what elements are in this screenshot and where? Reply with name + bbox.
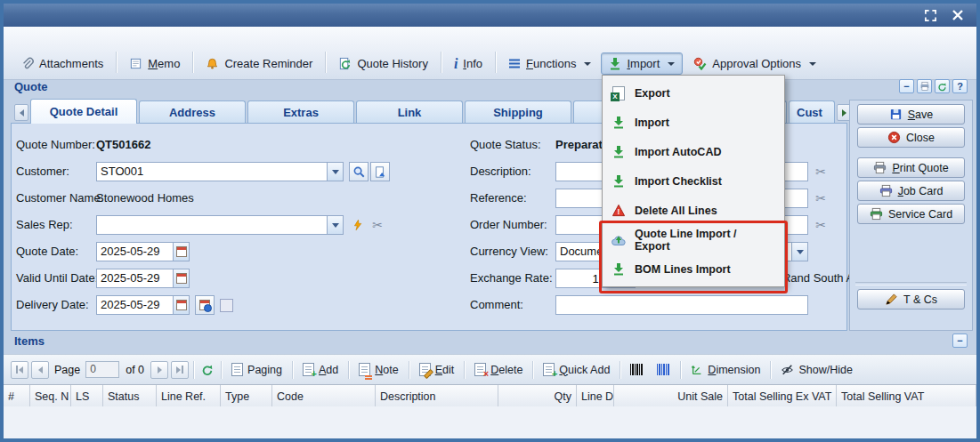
tab-quote-detail[interactable]: Quote Detail (30, 99, 137, 124)
attachments-label: Attachments (39, 57, 103, 70)
info-button[interactable]: i Info (446, 52, 490, 75)
delivery-schedule-button[interactable] (195, 295, 215, 315)
collapse-panel-icon[interactable]: − (899, 79, 914, 93)
column-header[interactable]: Seq. N (30, 385, 71, 407)
sales-rep-dropdown-button[interactable] (327, 216, 343, 234)
menu-item-import-autocad[interactable]: Import AutoCAD (605, 137, 782, 166)
memo-button[interactable]: Memo (121, 52, 188, 75)
menu-item-delete-all-lines[interactable]: ! Delete All Lines (605, 196, 782, 225)
column-header[interactable]: Unit Sale (614, 385, 728, 407)
menu-item-quote-line-import-export[interactable]: Quote Line Import / Export (605, 225, 782, 254)
refresh-button[interactable] (198, 361, 216, 379)
functions-button[interactable]: Functions (500, 52, 599, 75)
menu-item-export[interactable]: Export (605, 78, 782, 108)
quick-add-button[interactable]: + Quick Add (538, 360, 615, 379)
add-button[interactable]: + Add (297, 360, 344, 379)
save-button[interactable]: Save (857, 104, 965, 125)
info-icon: i (454, 58, 458, 70)
comment-input[interactable] (555, 295, 808, 315)
customer-search-button[interactable] (349, 162, 369, 181)
quote-date-calendar-button[interactable] (173, 243, 189, 261)
show-hide-button[interactable]: Show/Hide (775, 361, 857, 379)
column-header[interactable]: Line Ref. (157, 385, 221, 407)
service-card-button[interactable]: Service Card (857, 204, 965, 224)
import-button[interactable]: Import (601, 52, 683, 75)
menu-item-bom-lines-import[interactable]: BOM Lines Import (605, 254, 782, 284)
tab-link[interactable]: Link (356, 100, 463, 124)
column-header[interactable]: Code (272, 385, 376, 407)
print-panel-icon[interactable] (917, 79, 932, 93)
delete-button[interactable]: × Delete (469, 360, 528, 379)
valid-until-date-picker[interactable]: 2025-05-29 (96, 269, 190, 288)
barcode-button[interactable] (625, 361, 649, 378)
sales-rep-assign-button[interactable] (349, 215, 367, 235)
import-arrow-icon (611, 174, 627, 188)
column-header[interactable]: Total Selling Ex VAT (728, 385, 837, 407)
cloud-sync-icon (611, 234, 627, 246)
tab-shipping[interactable]: Shipping (465, 100, 571, 124)
approval-options-button[interactable]: Approval Options (684, 52, 824, 75)
main-toolbar: Attachments Memo Create Reminder (4, 27, 976, 80)
column-header[interactable]: Qty (498, 385, 577, 407)
dimension-button[interactable]: Dimension (685, 361, 765, 379)
currency-view-dropdown-button[interactable] (791, 243, 807, 261)
barcode-blue-button[interactable] (652, 361, 676, 378)
fullscreen-icon[interactable] (924, 9, 937, 22)
menu-item-import-checklist[interactable]: Import Checklist (605, 166, 782, 196)
window-close-icon[interactable] (952, 9, 964, 21)
customer-lookup-button[interactable] (370, 162, 390, 181)
reference-tools-button[interactable]: ✂ (812, 189, 830, 208)
pager-first-button[interactable] (11, 361, 28, 379)
tcs-button[interactable]: T & Cs (857, 289, 965, 309)
x-icon: × (483, 369, 489, 379)
create-reminder-button[interactable]: Create Reminder (198, 52, 320, 75)
refresh-panel-icon[interactable] (935, 79, 950, 93)
tab-label: Link (398, 106, 422, 119)
items-collapse-icon[interactable]: − (952, 334, 968, 348)
tab-customer[interactable]: Cust (789, 100, 835, 124)
attachments-button[interactable]: Attachments (12, 52, 111, 75)
memo-label: Memo (148, 57, 180, 70)
print-quote-button[interactable]: Print Quote (857, 157, 965, 178)
column-header[interactable]: # (4, 385, 30, 407)
sales-rep-combo[interactable] (96, 215, 344, 235)
tab-label: Cust (797, 106, 822, 119)
customer-combo[interactable]: STO001 (96, 162, 344, 181)
column-header[interactable]: Description (376, 385, 498, 407)
delivery-date-checkbox[interactable] (220, 299, 233, 312)
column-header[interactable]: LS (71, 385, 103, 407)
barcode-blue-icon (657, 364, 670, 375)
close-label: Close (906, 132, 935, 144)
edit-button[interactable]: Edit (414, 360, 460, 379)
menu-item-import[interactable]: Import (605, 108, 782, 137)
column-header[interactable]: Status (103, 385, 157, 407)
column-header[interactable]: Type (221, 385, 272, 407)
job-card-button[interactable]: Job Card (857, 181, 965, 201)
pager-next-button[interactable] (150, 361, 168, 379)
sales-rep-tools-button[interactable]: ✂ (369, 215, 386, 235)
quote-date-picker[interactable]: 2025-05-29 (96, 242, 190, 261)
items-table-body[interactable] (4, 406, 976, 438)
customer-dropdown-button[interactable] (327, 163, 343, 181)
description-tools-button[interactable]: ✂ (812, 162, 830, 181)
valid-until-calendar-button[interactable] (173, 269, 189, 287)
menu-item-label: Import AutoCAD (635, 146, 721, 158)
order-number-tools-button[interactable]: ✂ (812, 215, 830, 235)
column-header[interactable]: Line Dis (577, 385, 614, 407)
history-icon (338, 57, 352, 70)
pager-prev-button[interactable] (31, 361, 49, 379)
quote-history-button[interactable]: Quote History (330, 52, 435, 75)
delivery-date-picker[interactable]: 2025-05-29 (96, 295, 190, 315)
delivery-date-calendar-button[interactable] (173, 296, 189, 314)
close-button[interactable]: Close (857, 127, 965, 148)
tab-address[interactable]: Address (139, 100, 246, 124)
paperclip-icon (20, 57, 34, 70)
help-icon[interactable]: ? (952, 79, 968, 93)
note-button[interactable]: Note (353, 360, 403, 379)
tab-scroll-left-button[interactable] (14, 104, 28, 121)
column-header[interactable]: Total Selling VAT (837, 385, 976, 407)
paging-button[interactable]: Paging (226, 360, 288, 379)
pager-last-button[interactable] (171, 361, 189, 379)
tab-extras[interactable]: Extras (247, 100, 354, 124)
pager-page-input[interactable]: 0 (85, 361, 119, 378)
